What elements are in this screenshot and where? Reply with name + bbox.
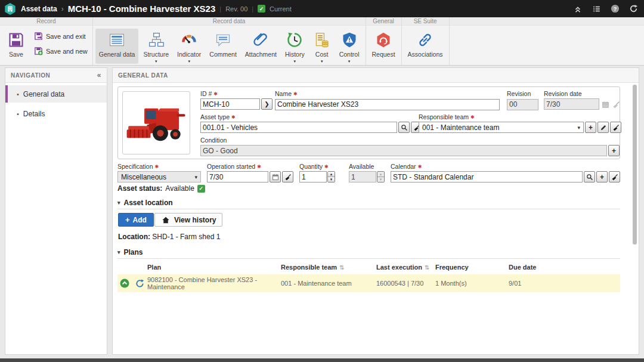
associations-button[interactable]: Associations <box>404 29 447 64</box>
name-input[interactable] <box>275 99 500 110</box>
name-field: Name <box>275 90 500 110</box>
plans-table: Plan Responsible team Last execution Fre… <box>117 260 620 292</box>
asset-photo[interactable] <box>122 91 190 154</box>
asset-status-value: Available <box>165 184 194 193</box>
save-and-exit-button[interactable]: Save and exit <box>33 32 88 41</box>
scrollbar-thumb[interactable] <box>633 85 637 245</box>
breadcrumb-app[interactable]: Asset data <box>21 5 57 13</box>
control-button[interactable]: Control <box>336 29 363 64</box>
dropdown-caret-icon <box>188 60 190 63</box>
plans-col-last-execution[interactable]: Last execution <box>376 264 435 271</box>
page-title: MCH-10 - Combine Harvester XS23 <box>68 4 216 14</box>
request-button[interactable]: Request <box>369 29 399 64</box>
save-button[interactable]: Save <box>4 29 29 58</box>
operation-started-clear-button[interactable] <box>282 171 293 182</box>
refresh-icon[interactable] <box>628 4 638 14</box>
asset-location-section-header[interactable]: Asset location <box>117 199 173 207</box>
operation-started-input[interactable] <box>207 171 268 182</box>
asset-status-ok-icon <box>197 185 205 193</box>
ribbon-group-record-data-label: Record data <box>93 17 366 26</box>
general-data-button[interactable]: General data <box>95 29 139 64</box>
id-input[interactable] <box>200 98 260 110</box>
separator <box>219 5 221 13</box>
associations-label: Associations <box>408 51 443 58</box>
calendar-search-button[interactable] <box>584 171 595 182</box>
operation-started-calendar-button[interactable] <box>270 171 281 182</box>
revision-date-label: Revision date <box>544 90 582 97</box>
sidebar-item-label: Details <box>23 110 45 118</box>
add-location-button[interactable]: Add <box>118 213 154 227</box>
scrollbar <box>633 85 637 353</box>
save-icon <box>7 31 25 49</box>
asset-type-input[interactable] <box>200 122 397 133</box>
breadcrumb-chevron-icon <box>61 5 64 13</box>
operation-started-field: Operation started <box>207 163 293 182</box>
sidebar-item-general-data[interactable]: General data <box>5 85 107 103</box>
comment-button[interactable]: Comment <box>206 29 240 64</box>
plans-section-header[interactable]: Plans <box>117 248 143 256</box>
save-and-exit-label: Save and exit <box>46 33 86 40</box>
calendar-clear-button[interactable] <box>609 171 620 182</box>
specification-select[interactable]: Miscellaneous <box>117 171 201 182</box>
help-icon[interactable]: ? <box>610 4 620 14</box>
attachment-icon <box>252 31 270 49</box>
save-and-new-label: Save and new <box>46 48 88 55</box>
ribbon: Record Save Save and exit <box>0 17 644 66</box>
structure-icon <box>147 31 165 49</box>
quantity-field: Quantity <box>299 163 336 182</box>
specification-field: Specification Miscellaneous <box>117 163 201 182</box>
responsible-team-add-button[interactable] <box>585 122 596 133</box>
required-icon <box>257 164 261 169</box>
plans-table-row[interactable]: 9082100 - Combine Harvester XS23 - Maint… <box>117 274 620 292</box>
history-button[interactable]: History <box>281 29 308 64</box>
sidebar-item-details[interactable]: Details <box>5 105 107 122</box>
plan-active-icon[interactable] <box>117 279 132 288</box>
responsible-team-clear-button[interactable] <box>610 122 621 133</box>
last-execution-cell: 16000543 | 7/30 <box>376 280 435 287</box>
save-and-new-icon <box>33 47 43 56</box>
id-navigate-button[interactable] <box>261 98 273 110</box>
panel-title: GENERAL DATA <box>118 72 168 79</box>
responsible-team-field: Responsible team 001 - Maintenance team <box>419 113 621 133</box>
sidebar-collapse-icon[interactable] <box>97 71 101 79</box>
plans-col-frequency[interactable]: Frequency <box>435 264 509 271</box>
list-view-icon[interactable] <box>592 4 601 14</box>
asset-type-search-button[interactable] <box>398 122 410 133</box>
calendar-input[interactable] <box>391 171 583 182</box>
responsible-team-edit-button[interactable] <box>597 122 609 133</box>
attachment-label: Attachment <box>245 51 277 58</box>
identity-fieldbox: ID # Name Revision Revision date <box>117 86 620 159</box>
associations-icon <box>416 31 434 49</box>
condition-label: Condition <box>200 137 227 144</box>
chevron-down-icon <box>577 125 580 131</box>
condition-add-button[interactable] <box>608 145 620 156</box>
required-icon <box>155 164 159 169</box>
structure-button[interactable]: Structure <box>140 29 172 64</box>
collapse-ribbon-icon[interactable] <box>573 4 583 14</box>
plans-col-plan[interactable]: Plan <box>147 264 281 271</box>
available-field: Available <box>349 163 386 182</box>
svg-text:?: ? <box>613 6 616 12</box>
quantity-input[interactable] <box>299 171 327 182</box>
app-logo-icon <box>4 2 17 16</box>
plans-col-due-date[interactable]: Due date <box>509 264 620 271</box>
due-date-cell: 9/01 <box>509 280 620 287</box>
attachment-button[interactable]: Attachment <box>242 29 280 64</box>
view-history-button[interactable]: View history <box>154 213 222 227</box>
comment-label: Comment <box>209 51 237 58</box>
sort-icon <box>339 264 344 271</box>
calendar-field: Calendar <box>391 163 620 182</box>
general-data-icon <box>108 31 126 49</box>
cost-button[interactable]: Cost <box>309 29 335 64</box>
calendar-add-button[interactable] <box>596 171 608 182</box>
indicator-button[interactable]: Indicator <box>174 29 205 64</box>
revision-field: Revision <box>507 90 538 110</box>
asset-type-field: Asset type <box>200 113 422 133</box>
save-and-new-button[interactable]: Save and new <box>33 47 88 56</box>
request-label: Request <box>372 51 395 58</box>
plans-col-responsible-team[interactable]: Responsible team <box>281 264 376 271</box>
quantity-stepper[interactable] <box>327 171 335 182</box>
responsible-team-value: 001 - Maintenance team <box>422 123 499 132</box>
revision-input <box>507 99 538 110</box>
responsible-team-select[interactable]: 001 - Maintenance team <box>419 122 584 133</box>
